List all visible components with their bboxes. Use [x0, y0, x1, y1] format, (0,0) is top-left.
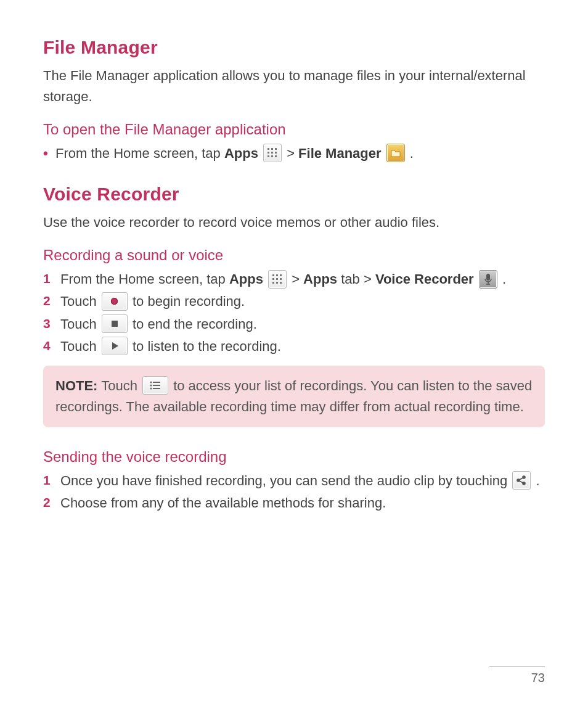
footer-rule — [489, 667, 545, 667]
apps-grid-icon — [263, 144, 282, 162]
svg-point-21 — [150, 381, 152, 383]
text-fragment: From the Home screen, tap — [60, 271, 229, 287]
text-fragment: > — [292, 271, 303, 287]
svg-rect-7 — [271, 155, 273, 157]
svg-rect-3 — [267, 152, 269, 154]
svg-rect-18 — [486, 274, 490, 281]
svg-rect-9 — [272, 274, 274, 276]
record-step-3: 3 Touch to end the recording. — [43, 314, 545, 335]
text-fragment: . — [410, 146, 414, 161]
svg-rect-0 — [267, 148, 269, 150]
step-number: 2 — [43, 291, 60, 311]
record-icon — [102, 292, 128, 311]
step-number: 3 — [43, 314, 60, 334]
svg-rect-15 — [272, 282, 274, 284]
step-number: 2 — [43, 493, 60, 513]
page-footer: 73 — [489, 667, 545, 685]
send-step-2: 2 Choose from any of the available metho… — [43, 493, 545, 514]
svg-rect-1 — [271, 148, 273, 150]
folder-icon — [386, 144, 405, 162]
list-icon — [142, 376, 168, 395]
voice-recorder-intro: Use the voice recorder to record voice m… — [43, 212, 545, 233]
svg-rect-26 — [153, 388, 160, 389]
text-fragment: to begin recording. — [133, 293, 245, 309]
text-fragment: From the Home screen, tap — [55, 146, 224, 161]
subheading-open-file-manager: To open the File Manager application — [43, 121, 545, 138]
note-box: NOTE: Touch to access your list of recor… — [43, 366, 545, 427]
heading-file-manager: File Manager — [43, 37, 545, 58]
apps-tab-label: Apps — [303, 271, 337, 287]
text-fragment: Once you have finished recording, you ca… — [60, 473, 511, 488]
svg-rect-8 — [275, 155, 277, 157]
svg-point-25 — [150, 387, 152, 389]
svg-rect-16 — [276, 282, 278, 284]
send-step-1: 1 Once you have finished recording, you … — [43, 470, 545, 491]
svg-rect-5 — [275, 152, 277, 154]
record-step-2: 2 Touch to begin recording. — [43, 291, 545, 312]
bullet-dot: • — [43, 143, 55, 164]
step-number: 1 — [43, 470, 60, 491]
text-fragment: Touch — [60, 339, 100, 354]
share-icon — [512, 471, 531, 490]
step-number: 1 — [43, 269, 60, 289]
manual-page: File Manager The File Manager applicatio… — [0, 0, 588, 706]
apps-grid-icon — [268, 270, 287, 289]
step-number: 4 — [43, 336, 60, 356]
text-fragment: to listen to the recording. — [133, 339, 281, 354]
svg-point-27 — [517, 479, 520, 482]
subheading-sending: Sending the voice recording — [43, 448, 545, 466]
svg-point-29 — [523, 482, 525, 485]
svg-rect-11 — [280, 274, 282, 276]
text-fragment: . — [502, 271, 506, 287]
note-label: NOTE: — [55, 378, 97, 393]
text-fragment: Touch — [101, 378, 141, 393]
stop-icon — [102, 314, 128, 333]
svg-rect-22 — [153, 382, 160, 383]
voice-recorder-label: Voice Recorder — [375, 271, 474, 287]
heading-voice-recorder: Voice Recorder — [43, 184, 545, 205]
svg-rect-4 — [271, 152, 273, 154]
svg-rect-10 — [276, 274, 278, 276]
svg-rect-13 — [276, 278, 278, 280]
record-step-1: 1 From the Home screen, tap Apps > Apps … — [43, 269, 545, 290]
svg-point-23 — [150, 384, 152, 386]
text-fragment: tab > — [341, 271, 375, 287]
play-icon — [102, 337, 128, 355]
svg-line-30 — [520, 478, 523, 480]
page-number: 73 — [489, 671, 545, 685]
svg-rect-6 — [267, 155, 269, 157]
text-fragment: > — [287, 146, 298, 161]
text-fragment: to end the recording. — [133, 316, 257, 332]
svg-rect-2 — [275, 148, 277, 150]
text-fragment: Choose from any of the available methods… — [60, 495, 386, 511]
svg-rect-17 — [280, 282, 282, 284]
svg-line-31 — [520, 481, 523, 483]
svg-point-28 — [523, 476, 525, 478]
text-fragment: Touch — [60, 293, 100, 309]
apps-label: Apps — [229, 271, 263, 287]
subheading-recording: Recording a sound or voice — [43, 247, 545, 264]
text-fragment: Touch — [60, 316, 100, 332]
microphone-icon — [479, 270, 497, 289]
apps-label: Apps — [224, 146, 258, 161]
svg-rect-24 — [153, 385, 160, 386]
svg-rect-12 — [272, 278, 274, 280]
svg-rect-14 — [280, 278, 282, 280]
record-step-4: 4 Touch to listen to the recording. — [43, 336, 545, 357]
file-manager-label: File Manager — [298, 146, 381, 161]
file-manager-intro: The File Manager application allows you … — [43, 65, 545, 107]
file-manager-step: • From the Home screen, tap Apps > File … — [43, 143, 545, 164]
text-fragment: . — [536, 473, 540, 488]
